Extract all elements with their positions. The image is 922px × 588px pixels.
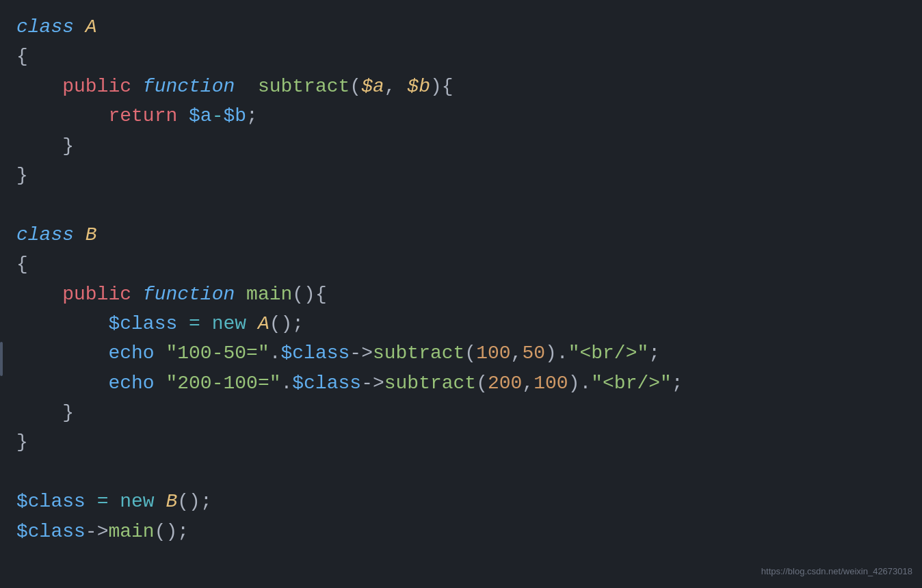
keyword-function-2: function bbox=[143, 284, 235, 305]
line-class-b: class B bbox=[16, 220, 906, 250]
fn-name-subtract: subtract bbox=[258, 76, 350, 97]
line-echo-2: echo "200-100=".$class->subtract(200,100… bbox=[16, 369, 906, 398]
num-50: 50 bbox=[522, 343, 545, 364]
line-class-a: class A bbox=[16, 12, 906, 42]
line-close-inner-1: } bbox=[16, 131, 906, 161]
class-name-b: B bbox=[85, 224, 97, 245]
line-blank-2 bbox=[16, 457, 906, 487]
var-class-1: $class bbox=[108, 313, 177, 334]
var-b-return: $b bbox=[223, 105, 246, 126]
line-class-main-call: $class->main(); bbox=[16, 517, 906, 546]
num-100-1: 100 bbox=[476, 343, 510, 364]
keyword-class-2: class bbox=[16, 224, 74, 245]
fn-name-main: main bbox=[246, 284, 292, 305]
line-blank-1 bbox=[16, 190, 906, 219]
num-200: 200 bbox=[488, 373, 522, 394]
fn-call-main: main bbox=[108, 521, 154, 542]
line-close-outer-1: } bbox=[16, 161, 906, 190]
watermark: https://blog.csdn.net/weixin_42673018 bbox=[761, 565, 912, 578]
keyword-function-1: function bbox=[143, 76, 235, 97]
line-open-brace-1: { bbox=[16, 42, 906, 71]
string-1: "100-50=" bbox=[166, 343, 269, 364]
keyword-new-2: new bbox=[120, 491, 154, 512]
class-name-a: A bbox=[85, 16, 97, 38]
var-class-5: $class bbox=[16, 521, 85, 542]
line-fn-main: public function main(){ bbox=[16, 280, 906, 309]
line-open-brace-2: { bbox=[16, 250, 906, 279]
line-return: return $a-$b; bbox=[16, 101, 906, 131]
keyword-return: return bbox=[108, 105, 177, 126]
keyword-public-2: public bbox=[62, 284, 131, 305]
param-b: $b bbox=[407, 76, 430, 97]
line-close-inner-2: } bbox=[16, 398, 906, 427]
line-echo-1: echo "100-50=".$class->subtract(100,50).… bbox=[16, 338, 906, 368]
keyword-class-1: class bbox=[16, 16, 74, 38]
line-fn-subtract: public function subtract($a, $b){ bbox=[16, 72, 906, 101]
fn-call-subtract-2: subtract bbox=[384, 373, 476, 394]
line-close-outer-2: } bbox=[16, 427, 906, 457]
var-a-return: $a bbox=[189, 105, 212, 126]
string-2: "200-100=" bbox=[166, 373, 280, 394]
keyword-new-1: new bbox=[212, 313, 246, 334]
param-a: $a bbox=[361, 76, 384, 97]
fn-call-subtract-1: subtract bbox=[373, 343, 464, 364]
line-class-assign-b: $class = new B(); bbox=[16, 487, 906, 516]
new-class-b: B bbox=[166, 491, 178, 512]
line-class-assign: $class = new A(); bbox=[16, 309, 906, 338]
var-class-3: $class bbox=[292, 373, 361, 394]
keyword-public-1: public bbox=[62, 76, 131, 97]
new-class-a: A bbox=[258, 313, 269, 334]
keyword-echo-2: echo bbox=[108, 373, 154, 394]
var-class-4: $class bbox=[16, 491, 85, 512]
scrollbar[interactable] bbox=[0, 342, 3, 376]
string-br-1: "<br/>" bbox=[568, 343, 649, 364]
code-editor: class A { public function subtract($a, $… bbox=[0, 0, 922, 588]
string-br-2: "<br/>" bbox=[591, 373, 672, 394]
var-class-2: $class bbox=[281, 343, 350, 364]
keyword-echo-1: echo bbox=[108, 343, 154, 364]
num-100-2: 100 bbox=[534, 373, 568, 394]
